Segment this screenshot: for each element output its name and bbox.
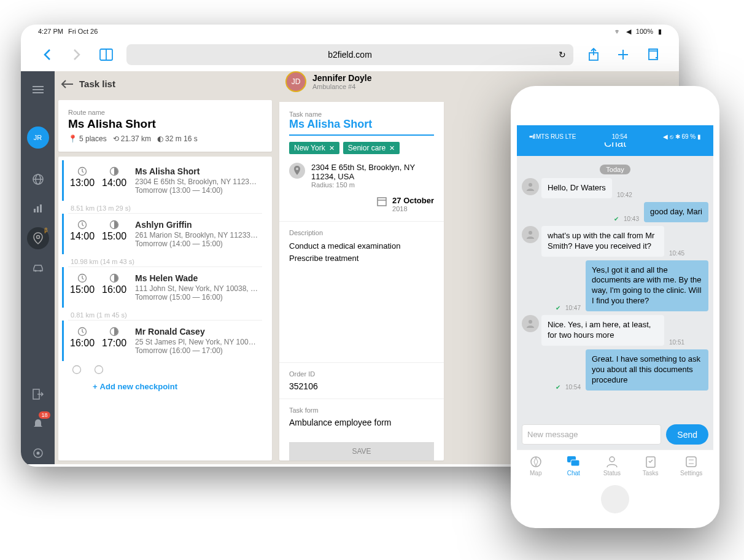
share-button[interactable]	[584, 45, 603, 64]
tab-label: Settings	[680, 470, 702, 476]
send-button[interactable]: Send	[666, 424, 708, 445]
forward-button[interactable]	[68, 45, 86, 64]
msg-bubble: what's up with the call from Mr Smith? H…	[541, 226, 664, 257]
route-label: Route name	[68, 109, 262, 116]
status-time: 4:27 PM	[38, 28, 63, 35]
tab-chat[interactable]: Chat	[565, 455, 581, 476]
back-arrow-icon[interactable]	[61, 79, 73, 89]
svg-point-20	[36, 452, 39, 455]
menu-icon[interactable]	[27, 79, 49, 101]
tab-label: Chat	[567, 470, 580, 476]
svg-point-17	[39, 270, 41, 272]
save-button[interactable]: SAVE	[289, 442, 434, 461]
chat-day-label: Today	[600, 165, 630, 174]
checkpoint-item[interactable]: 15:00 16:00 Ms Helen Wade 111 John St, N…	[62, 267, 262, 308]
tab-status[interactable]: Status	[603, 455, 621, 476]
cp-name: Ashlyn Griffin	[135, 220, 262, 230]
status-icon	[604, 455, 620, 469]
battery-icon: ▮	[658, 28, 662, 36]
end-time: 14:00	[102, 177, 126, 189]
cp-tomorrow: Tomorrow (15:00 — 16:00)	[135, 293, 262, 301]
svg-rect-5	[649, 51, 657, 60]
tab-label: Map	[530, 470, 541, 476]
msg-time: 10:42	[617, 192, 632, 198]
tabs-button[interactable]	[643, 45, 662, 64]
clock-icon	[77, 273, 87, 283]
globe-icon[interactable]	[27, 168, 49, 190]
clock-icon	[77, 166, 87, 176]
end-time: 17:00	[102, 338, 126, 349]
calendar-icon	[376, 196, 387, 207]
plus-icon: +	[93, 382, 98, 391]
task-name-label: Task name	[289, 111, 434, 118]
user-avatar[interactable]: JR	[27, 126, 49, 149]
url-bar[interactable]: b2field.com ↻	[126, 44, 573, 65]
checkpoint-item[interactable]: 14:00 15:00 Ashlyn Griffin 261 Marion St…	[62, 214, 262, 254]
tag[interactable]: Senior care ✕	[343, 142, 400, 154]
clock-icon	[72, 365, 82, 375]
moon-icon	[109, 220, 119, 230]
gear-icon[interactable]	[27, 442, 49, 464]
chart-icon[interactable]	[27, 198, 49, 220]
route-panel: Route name Ms Alisha Short 📍5 places ⟲21…	[58, 100, 272, 152]
tab-tasks[interactable]: Tasks	[643, 455, 659, 476]
tag-close-icon[interactable]: ✕	[389, 144, 395, 152]
tab-settings[interactable]: Settings	[680, 455, 702, 476]
back-button[interactable]	[38, 45, 56, 64]
distance-icon: ⟲	[113, 134, 119, 143]
phone-battery: ◀ ⎋ ✱ 69 % ▮	[663, 133, 701, 140]
task-date: 27 October	[392, 196, 434, 205]
new-tab-button[interactable]	[614, 45, 632, 64]
bell-icon[interactable]: 18	[27, 413, 49, 435]
tag-close-icon[interactable]: ✕	[329, 144, 335, 152]
order-label: Order ID	[289, 370, 434, 378]
task-name[interactable]: Ms Alisha Short	[289, 118, 434, 136]
msg-bubble: Hello, Dr Waters	[541, 178, 612, 198]
moon-icon	[109, 327, 119, 336]
svg-rect-32	[378, 198, 386, 206]
pin-icon: 📍	[68, 134, 77, 143]
msg-time: 10:51	[669, 339, 684, 346]
svg-rect-39	[571, 460, 579, 466]
moon-icon	[109, 166, 119, 176]
wifi-icon: ᯤ	[614, 28, 621, 35]
svg-rect-12	[34, 209, 36, 212]
chat-body[interactable]: TodayHello, Dr Waters10:42✔10:43good day…	[517, 156, 713, 419]
order-id: 352106	[289, 381, 434, 391]
moon-icon	[94, 365, 104, 375]
route-stats: 📍5 places ⟲21.37 km ◐32 m 16 s	[68, 134, 262, 143]
msg-time: 10:43	[624, 216, 639, 222]
phone-tabbar: MapChatStatusTasksSettings	[517, 449, 713, 479]
distance-text: 8.51 km (13 m 29 s)	[68, 201, 262, 214]
checkpoint-item[interactable]: 13:00 14:00 Ms Alisha Short 2304 E 65th …	[62, 160, 262, 201]
exit-icon[interactable]	[27, 383, 49, 405]
location-icon[interactable]: β	[27, 227, 49, 249]
form-name: Ambulance employee form	[289, 418, 434, 427]
car-icon[interactable]	[27, 257, 49, 279]
cp-name: Mr Ronald Casey	[135, 327, 262, 336]
svg-rect-42	[686, 457, 696, 467]
tag[interactable]: New York ✕	[289, 142, 339, 154]
chat-icon	[565, 455, 581, 469]
svg-rect-14	[40, 204, 42, 212]
cp-address: 2304 E 65th St, Brooklyn, NY 11234, U...	[135, 177, 258, 186]
home-button[interactable]	[601, 485, 629, 513]
start-time: 13:00	[70, 177, 95, 189]
form-label: Task form	[289, 406, 434, 414]
settings-icon	[683, 455, 699, 469]
svg-point-15	[36, 236, 39, 239]
task-list-column: Task list Route name Ms Alisha Short 📍5 …	[55, 71, 276, 464]
avatar-icon	[522, 226, 539, 243]
checkpoint-item[interactable]: 16:00 17:00 Mr Ronald Casey 25 St James …	[62, 321, 262, 361]
svg-point-35	[529, 231, 532, 235]
tab-map[interactable]: Map	[528, 455, 544, 476]
msg-time: 10:45	[669, 250, 684, 257]
add-checkpoint-button[interactable]: + Add new checkpoint	[68, 375, 262, 391]
task-address: 2304 E 65th St, Brooklyn, NY 11234, USA	[311, 163, 434, 181]
tab-label: Tasks	[643, 470, 659, 476]
msg-time: 10:54	[565, 384, 581, 391]
carrier-text: ••ıll MTS RUS LTE	[529, 133, 576, 140]
refresh-icon[interactable]: ↻	[559, 50, 566, 60]
bookmarks-button[interactable]	[97, 45, 115, 64]
chat-input[interactable]: New message	[522, 424, 661, 445]
